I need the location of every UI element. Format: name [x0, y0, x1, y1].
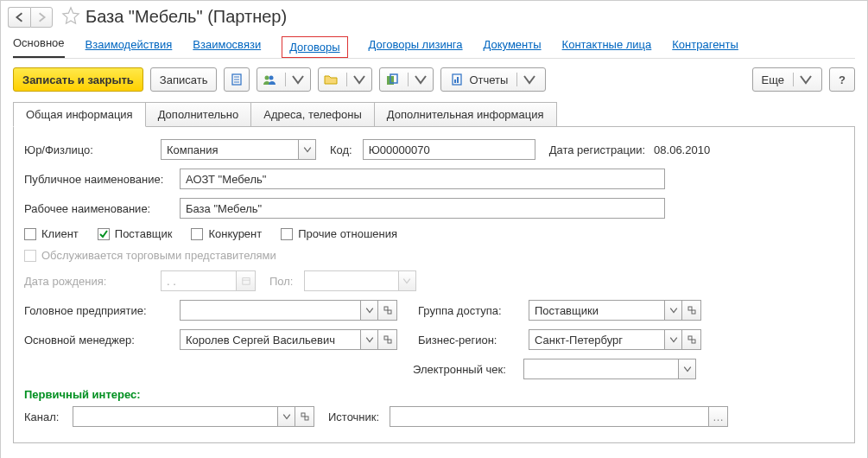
gender-field [304, 270, 399, 291]
tab-general-info[interactable]: Общая информация [13, 102, 146, 127]
channel-label: Канал: [24, 410, 67, 423]
chevron-down-icon [523, 73, 536, 86]
client-checkbox[interactable]: Клиент [24, 227, 79, 240]
head-org-field[interactable] [180, 300, 361, 321]
open-icon [383, 306, 392, 315]
chevron-down-icon [282, 412, 291, 421]
chevron-down-icon [365, 306, 374, 315]
svg-rect-11 [242, 278, 249, 285]
head-org-open[interactable] [378, 300, 397, 321]
svg-rect-18 [388, 340, 391, 343]
document-icon [230, 73, 244, 86]
other-relations-checkbox[interactable]: Прочие отношения [281, 227, 397, 240]
echeck-label: Электронный чек: [413, 363, 518, 376]
working-name-field[interactable]: База "Мебель" [180, 198, 665, 219]
tab-counterparties[interactable]: Контрагенты [672, 38, 738, 58]
svg-rect-16 [692, 310, 695, 314]
biz-region-field[interactable]: Санкт-Петербург [529, 329, 665, 350]
arrow-left-icon [15, 12, 25, 22]
nav-forward-button[interactable] [30, 7, 53, 28]
svg-rect-17 [384, 336, 388, 340]
nav-back-button[interactable] [8, 7, 30, 28]
save-button[interactable]: Записать [150, 67, 218, 92]
birthdate-label: Дата рождения: [24, 275, 155, 288]
users-action-button[interactable] [257, 67, 311, 92]
svg-rect-13 [384, 307, 388, 310]
competitor-checkbox[interactable]: Конкурент [191, 227, 262, 240]
svg-rect-19 [688, 336, 692, 340]
access-group-field[interactable]: Поставщики [529, 300, 665, 321]
open-icon [687, 306, 696, 315]
open-icon [383, 335, 392, 344]
source-open[interactable]: … [709, 406, 728, 427]
page-title: База "Мебель" (Партнер) [86, 7, 287, 27]
tab-contracts[interactable]: Договоры [282, 36, 347, 58]
svg-point-4 [265, 76, 269, 80]
help-button[interactable]: ? [829, 67, 855, 92]
entity-type-dropdown[interactable] [299, 139, 316, 160]
copy-icon [385, 73, 399, 86]
arrow-right-icon [36, 12, 47, 22]
save-label: Записать [160, 73, 208, 86]
head-org-dropdown[interactable] [361, 300, 378, 321]
source-label: Источник: [328, 410, 379, 423]
folder-action-button[interactable] [318, 67, 372, 92]
section-tabs: Основное Взаимодействия Взаимосвязи Дого… [1, 29, 867, 58]
chevron-down-icon [669, 335, 678, 344]
biz-region-open[interactable] [682, 329, 701, 350]
tabs-separator [13, 58, 855, 59]
gender-label: Пол: [269, 275, 294, 288]
competitor-checkbox-label: Конкурент [208, 227, 262, 240]
access-group-open[interactable] [682, 300, 701, 321]
tab-contacts[interactable]: Контактные лица [562, 38, 652, 58]
biz-region-dropdown[interactable] [665, 329, 682, 350]
supplier-checkbox[interactable]: Поставщик [98, 227, 173, 240]
access-group-dropdown[interactable] [665, 300, 682, 321]
supplier-checkbox-label: Поставщик [115, 227, 173, 240]
entity-type-field[interactable]: Компания [161, 139, 299, 160]
save-close-button[interactable]: Записать и закрыть [13, 67, 143, 92]
biz-region-label: Бизнес-регион: [418, 334, 523, 347]
tab-relations[interactable]: Взаимосвязи [193, 38, 261, 58]
entity-type-label: Юр/Физлицо: [24, 143, 155, 156]
head-org-label: Головное предприятие: [24, 304, 174, 317]
check-icon [98, 229, 109, 239]
more-button[interactable]: Еще [752, 67, 822, 92]
tab-leasing[interactable]: Договоры лизинга [369, 38, 463, 58]
tab-interactions[interactable]: Взаимодействия [86, 38, 173, 58]
echeck-field[interactable] [523, 359, 679, 379]
chevron-down-icon [414, 73, 428, 86]
echeck-dropdown[interactable] [679, 359, 696, 379]
main-manager-open[interactable] [378, 329, 397, 350]
serviced-label: Обслуживается торговыми представителями [41, 249, 276, 262]
tab-addresses[interactable]: Адреса, телефоны [250, 102, 375, 127]
main-manager-dropdown[interactable] [361, 329, 378, 350]
tab-main[interactable]: Основное [13, 36, 65, 58]
tab-more-info[interactable]: Дополнительная информация [374, 102, 557, 127]
reg-date-label: Дата регистрации: [549, 143, 645, 156]
document-action-button[interactable] [224, 67, 250, 92]
reports-button[interactable]: Отчеты [440, 67, 546, 92]
more-label: Еще [762, 73, 784, 86]
tab-additional[interactable]: Дополнительно [145, 102, 252, 127]
favorite-star-icon[interactable] [61, 6, 80, 28]
code-field[interactable]: Ю00000070 [363, 139, 535, 160]
tab-documents[interactable]: Документы [484, 38, 542, 58]
users-icon [263, 73, 276, 86]
main-manager-field[interactable]: Королев Сергей Васильевич [180, 329, 361, 350]
access-group-label: Группа доступа: [418, 304, 523, 317]
form-tabs: Общая информация Дополнительно Адреса, т… [13, 102, 855, 127]
svg-rect-10 [457, 77, 459, 83]
source-field[interactable] [390, 406, 709, 427]
channel-open[interactable] [295, 406, 314, 427]
channel-dropdown[interactable] [278, 406, 295, 427]
svg-rect-22 [305, 417, 308, 420]
channel-field[interactable] [73, 406, 278, 427]
copy-action-button[interactable] [379, 67, 434, 92]
reg-date-value: 08.06.2010 [654, 143, 710, 156]
public-name-field[interactable]: АОЗТ "Мебель" [180, 169, 665, 189]
chevron-down-icon [402, 277, 411, 285]
client-checkbox-label: Клиент [41, 227, 79, 240]
open-icon [301, 412, 309, 421]
main-manager-label: Основной менеджер: [24, 334, 174, 347]
